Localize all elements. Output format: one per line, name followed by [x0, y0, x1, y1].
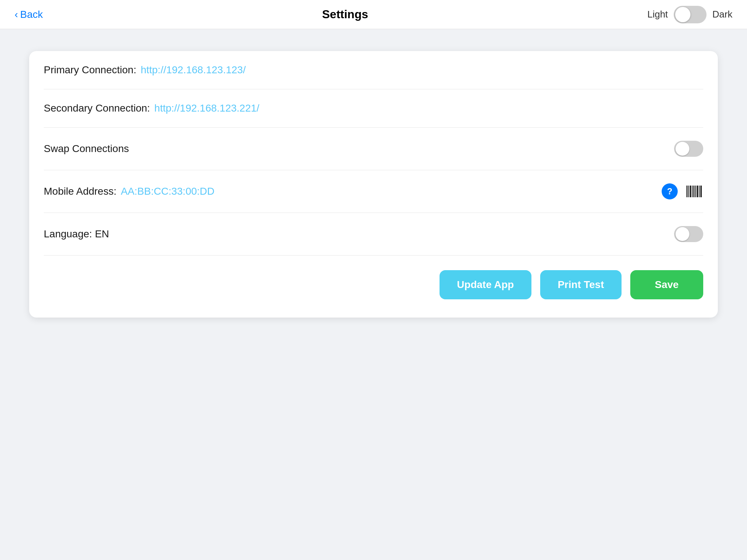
save-button[interactable]: Save: [630, 270, 703, 299]
theme-toggle-track: [674, 6, 707, 23]
theme-light-label: Light: [647, 9, 668, 20]
swap-connections-label: Swap Connections: [44, 143, 129, 155]
barcode-scan-icon[interactable]: [685, 183, 703, 199]
svg-rect-2: [690, 186, 691, 197]
print-test-button[interactable]: Print Test: [540, 270, 622, 299]
language-row: Language: EN: [44, 213, 703, 256]
primary-connection-value[interactable]: http://192.168.123.123/: [141, 64, 246, 76]
mobile-address-left: Mobile Address: AA:BB:CC:33:00:DD: [44, 186, 662, 197]
secondary-connection-value[interactable]: http://192.168.123.221/: [154, 102, 259, 114]
back-label: Back: [20, 9, 43, 20]
navbar: ‹ Back Settings Light Dark: [0, 0, 747, 29]
mobile-address-help-icon[interactable]: ?: [662, 183, 678, 199]
secondary-connection-left: Secondary Connection: http://192.168.123…: [44, 102, 703, 114]
svg-rect-0: [686, 186, 688, 197]
swap-connections-toggle[interactable]: [674, 141, 703, 157]
primary-connection-row: Primary Connection: http://192.168.123.1…: [44, 51, 703, 89]
svg-rect-8: [700, 186, 702, 197]
theme-toggle[interactable]: [674, 6, 707, 23]
back-chevron-icon: ‹: [15, 9, 18, 20]
svg-rect-3: [692, 186, 693, 197]
mobile-address-value[interactable]: AA:BB:CC:33:00:DD: [121, 186, 214, 197]
svg-rect-6: [697, 186, 698, 197]
theme-toggle-thumb: [675, 7, 690, 22]
svg-rect-5: [695, 186, 696, 197]
theme-toggle-area: Light Dark: [647, 6, 732, 23]
mobile-address-right: ?: [662, 183, 703, 199]
svg-rect-7: [699, 186, 700, 197]
settings-card: Primary Connection: http://192.168.123.1…: [29, 51, 718, 318]
svg-rect-1: [688, 186, 689, 197]
swap-connections-left: Swap Connections: [44, 143, 674, 155]
language-toggle-thumb: [676, 227, 689, 241]
update-app-button[interactable]: Update App: [440, 270, 531, 299]
theme-dark-label: Dark: [712, 9, 732, 20]
page-title: Settings: [322, 8, 368, 21]
swap-connections-toggle-thumb: [676, 142, 689, 156]
main-content: Primary Connection: http://192.168.123.1…: [0, 29, 747, 339]
secondary-connection-label: Secondary Connection:: [44, 102, 150, 114]
secondary-connection-row: Secondary Connection: http://192.168.123…: [44, 89, 703, 128]
back-button[interactable]: ‹ Back: [15, 9, 43, 20]
mobile-address-row: Mobile Address: AA:BB:CC:33:00:DD ?: [44, 170, 703, 213]
swap-connections-row: Swap Connections: [44, 128, 703, 170]
primary-connection-label: Primary Connection:: [44, 64, 136, 76]
action-buttons-row: Update App Print Test Save: [44, 267, 703, 299]
language-toggle[interactable]: [674, 226, 703, 242]
language-label: Language: EN: [44, 228, 109, 240]
language-right: [674, 226, 703, 242]
svg-rect-4: [693, 186, 694, 197]
swap-connections-right: [674, 141, 703, 157]
language-left: Language: EN: [44, 228, 674, 240]
mobile-address-label: Mobile Address:: [44, 186, 116, 197]
primary-connection-left: Primary Connection: http://192.168.123.1…: [44, 64, 703, 76]
